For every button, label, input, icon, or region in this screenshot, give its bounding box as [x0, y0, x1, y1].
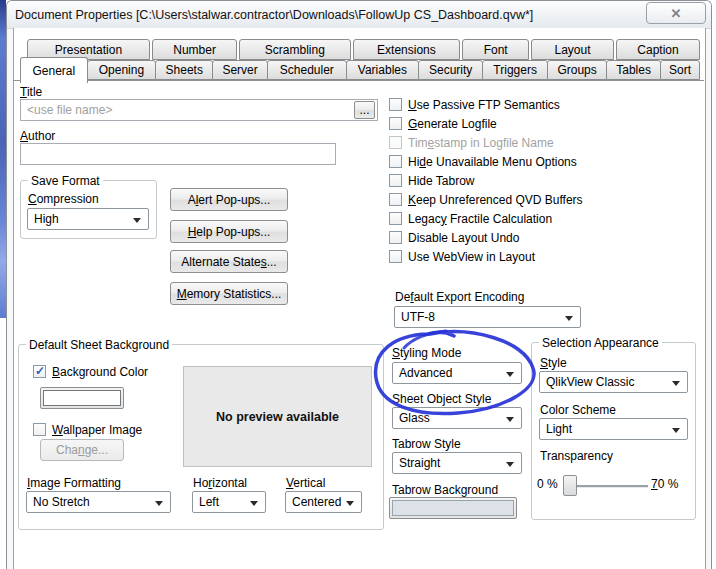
option-wallpaper-image: Wallpaper Image: [33, 422, 142, 437]
tabrow-style-label: Tabrow Style: [392, 437, 461, 451]
option-generate-logfile: Generate Logfile: [389, 116, 497, 131]
wallpaper-image-checkbox[interactable]: [33, 423, 46, 436]
image-formatting-label: Image Formatting: [27, 476, 121, 490]
tab-triggers[interactable]: Triggers: [482, 60, 548, 80]
option-timestamp-logfile: Timestamp in Logfile Name: [389, 135, 554, 150]
transparency-label: Transparency: [540, 449, 613, 463]
horizontal-select[interactable]: Left: [192, 491, 266, 513]
background-color-checkbox[interactable]: [33, 365, 46, 378]
selection-appearance-group-label: Selection Appearance: [539, 336, 662, 350]
chevron-down-icon: [133, 218, 141, 223]
selection-style-label: Style: [540, 356, 567, 370]
tab-security[interactable]: Security: [418, 60, 483, 80]
tab-opening[interactable]: Opening: [87, 60, 156, 80]
vertical-select[interactable]: Centered: [285, 491, 362, 513]
tab-variables[interactable]: Variables: [346, 60, 419, 80]
timestamp-logfile-checkbox: [389, 136, 402, 149]
use-webview-checkbox[interactable]: [389, 250, 402, 263]
title-label: Title: [20, 85, 42, 99]
change-wallpaper-button: Change...: [40, 439, 124, 461]
option-use-passive-ftp: Use Passive FTP Semantics: [389, 97, 560, 112]
chevron-down-icon: [506, 417, 514, 422]
color-scheme-select[interactable]: Light: [539, 418, 688, 440]
dialog-titlebar[interactable]: Document Properties [C:\Users\stalwar.co…: [7, 1, 711, 29]
background-color-swatch-button[interactable]: [40, 387, 124, 409]
tab-server[interactable]: Server: [212, 60, 267, 80]
disable-layout-undo-checkbox[interactable]: [389, 231, 402, 244]
memory-statistics-button[interactable]: Memory Statistics...: [170, 282, 288, 305]
option-background-color: Background Color: [33, 364, 148, 379]
ellipsis-icon: ...: [359, 103, 369, 117]
close-icon: ✕: [671, 7, 682, 20]
option-keep-qvd-buffers: Keep Unreferenced QVD Buffers: [389, 192, 583, 207]
chevron-down-icon: [565, 316, 573, 321]
styling-mode-label: Styling Mode: [392, 346, 461, 360]
sheet-object-style-label: Sheet Object Style: [392, 392, 491, 406]
chevron-down-icon: [672, 381, 680, 386]
option-disable-layout-undo: Disable Layout Undo: [389, 230, 519, 245]
legacy-fractile-checkbox[interactable]: [389, 212, 402, 225]
tab-sort[interactable]: Sort: [660, 60, 700, 80]
styling-mode-select[interactable]: Advanced: [392, 362, 522, 384]
alert-popups-button[interactable]: Alert Pop-ups...: [170, 188, 288, 211]
chevron-down-icon: [250, 501, 258, 506]
transparency-slider-thumb[interactable]: [563, 475, 577, 496]
tabrow-background-swatch-button[interactable]: [389, 497, 517, 519]
selection-style-select[interactable]: QlikView Classic: [539, 371, 688, 393]
compression-select[interactable]: High: [27, 208, 149, 230]
author-label: Author: [20, 129, 55, 143]
title-browse-button[interactable]: ...: [354, 101, 375, 119]
alternate-states-button[interactable]: Alternate States...: [170, 250, 288, 273]
transparency-slider-track[interactable]: [565, 485, 648, 488]
tabrow-style-select[interactable]: Straight: [392, 452, 522, 474]
chevron-down-icon: [506, 372, 514, 377]
tabrow-color-swatch: [392, 500, 514, 516]
hide-tabrow-checkbox[interactable]: [389, 174, 402, 187]
option-hide-tabrow: Hide Tabrow: [389, 173, 474, 188]
author-input[interactable]: [20, 143, 336, 165]
vertical-label: Vertical: [286, 476, 325, 490]
use-passive-ftp-checkbox[interactable]: [389, 98, 402, 111]
tab-sheets[interactable]: Sheets: [155, 60, 213, 80]
sheet-background-group-label: Default Sheet Background: [26, 338, 172, 352]
close-button[interactable]: ✕: [646, 2, 706, 24]
chevron-down-icon: [506, 462, 514, 467]
background-preview: No preview available: [183, 366, 372, 467]
save-format-group-label: Save Format: [28, 174, 103, 188]
compression-label: Compression: [28, 192, 99, 206]
tab-scheduler[interactable]: Scheduler: [267, 60, 347, 80]
option-use-webview: Use WebView in Layout: [389, 249, 535, 264]
option-legacy-fractile: Legacy Fractile Calculation: [389, 211, 552, 226]
transparency-min-label: 0 %: [537, 477, 558, 491]
dialog-title: Document Properties [C:\Users\stalwar.co…: [15, 8, 533, 22]
tabrow-background-label: Tabrow Background: [392, 483, 498, 497]
export-encoding-label: Default Export Encoding: [395, 290, 524, 304]
help-popups-button[interactable]: Help Pop-ups...: [170, 220, 288, 243]
option-hide-unavailable-menu: Hide Unavailable Menu Options: [389, 154, 577, 169]
export-encoding-select[interactable]: UTF-8: [394, 306, 581, 328]
tab-general[interactable]: General: [20, 57, 88, 83]
horizontal-label: Horizontal: [193, 476, 247, 490]
generate-logfile-checkbox[interactable]: [389, 117, 402, 130]
keep-qvd-buffers-checkbox[interactable]: [389, 193, 402, 206]
image-formatting-select[interactable]: No Stretch: [26, 491, 171, 513]
transparency-max-label: 70 %: [651, 477, 678, 491]
chevron-down-icon: [346, 501, 354, 506]
tab-groups[interactable]: Groups: [547, 60, 607, 80]
color-scheme-label: Color Scheme: [540, 403, 616, 417]
chevron-down-icon: [155, 501, 163, 506]
sheet-object-style-select[interactable]: Glass: [392, 407, 522, 429]
chevron-down-icon: [672, 428, 680, 433]
hide-unavailable-menu-checkbox[interactable]: [389, 155, 402, 168]
title-input[interactable]: [20, 99, 378, 121]
tab-strip-row2: General Opening Sheets Server Scheduler …: [20, 57, 700, 83]
tab-tables[interactable]: Tables: [606, 60, 661, 80]
color-swatch: [43, 390, 121, 406]
